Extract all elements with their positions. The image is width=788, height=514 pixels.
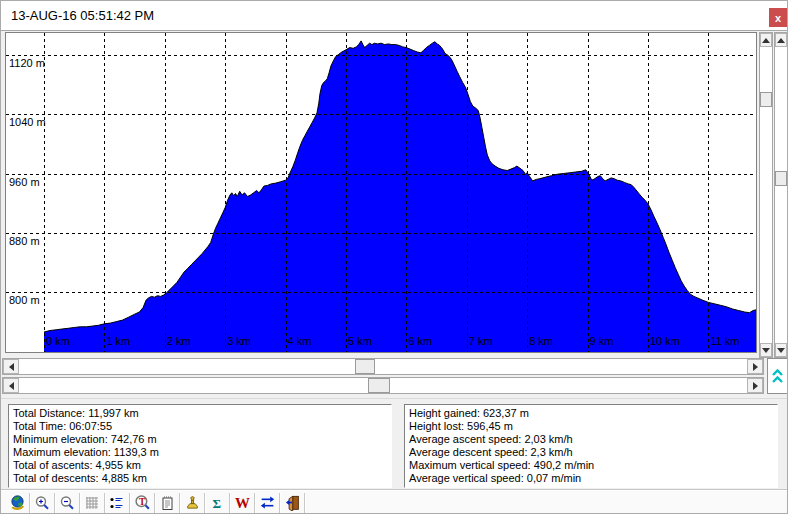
word-export-button[interactable]: W	[230, 492, 254, 514]
sum-statistics-button[interactable]: Σ	[205, 492, 229, 514]
stats-panel-left: Total Distance: 11,997 km Total Time: 06…	[8, 404, 392, 488]
y-tick-label: 1040 m	[9, 116, 46, 128]
x-tick-label: 1 km	[106, 335, 130, 347]
stat-height-gained: Height gained: 623,37 m	[409, 407, 777, 420]
stat-avg-vertical-speed: Average vertical speed: 0,07 m/min	[409, 472, 777, 485]
swap-arrows-icon	[259, 494, 276, 511]
stat-max-vertical-speed: Maximum vertical speed: 490,2 m/min	[409, 459, 777, 472]
vertical-scroll-thumb[interactable]	[760, 92, 772, 107]
stat-total-ascents: Total of ascents: 4,955 km	[13, 459, 391, 472]
stat-total-descents: Total of descents: 4,885 km	[13, 472, 391, 485]
toggle-grid-button[interactable]	[80, 492, 104, 514]
stat-min-elevation: Minimum elevation: 742,76 m	[13, 433, 391, 446]
word-export-icon: W	[234, 494, 251, 511]
arrow-right-icon	[753, 382, 758, 390]
stat-height-lost: Height lost: 596,45 m	[409, 420, 777, 433]
y-tick-label: 1120 m	[9, 57, 45, 69]
double-chevron-up-icon	[770, 366, 785, 386]
stat-avg-descent-speed: Average descent speed: 2,3 km/h	[409, 446, 777, 459]
svg-text:T: T	[138, 496, 145, 507]
stats-panel-right: Height gained: 623,37 m Height lost: 596…	[404, 404, 778, 488]
svg-text:W: W	[235, 495, 250, 511]
elevation-window: 13-AUG-16 05:51:42 PM x 1120 m1040 m960 …	[0, 0, 788, 514]
scroll-down-button[interactable]	[775, 343, 787, 357]
x-tick-label: 10 km	[650, 335, 680, 347]
arrow-up-icon	[777, 38, 785, 43]
horizontal-scrollbar-top[interactable]	[2, 358, 764, 375]
scroll-right-button[interactable]	[747, 359, 763, 374]
x-tick-label: 9 km	[590, 335, 614, 347]
elevation-chart-panel: 1120 m1040 m960 m880 m800 m0 km1 km2 km3…	[5, 32, 757, 353]
elevation-chart[interactable]: 1120 m1040 m960 m880 m800 m0 km1 km2 km3…	[6, 33, 756, 352]
x-tick-label: 8 km	[529, 335, 553, 347]
arrow-right-icon	[753, 363, 758, 371]
collapse-panel-button[interactable]	[767, 358, 788, 394]
zoom-in-icon	[34, 495, 50, 511]
zoom-in-button[interactable]	[30, 492, 54, 514]
zoom-out-button[interactable]	[55, 492, 79, 514]
stat-total-time: Total Time: 06:07:55	[13, 420, 391, 433]
toolbar-separator	[304, 493, 305, 513]
stat-max-elevation: Maximum elevation: 1139,3 m	[13, 446, 391, 459]
scroll-left-button[interactable]	[3, 378, 19, 393]
point-labels-button[interactable]	[105, 492, 129, 514]
horizontal-scroll-thumb[interactable]	[355, 359, 375, 374]
grid-icon	[84, 495, 100, 511]
arrow-left-icon	[9, 363, 14, 371]
arrow-down-icon	[762, 348, 770, 353]
stamp-icon	[184, 494, 201, 511]
map-view-button[interactable]	[5, 492, 29, 514]
statistics-area: Total Distance: 11,997 km Total Time: 06…	[1, 398, 788, 489]
arrow-left-icon	[9, 382, 14, 390]
x-tick-label: 3 km	[227, 335, 251, 347]
scroll-right-button[interactable]	[747, 378, 763, 393]
x-tick-label: 2 km	[167, 335, 191, 347]
vertical-scroll-thumb[interactable]	[775, 171, 787, 186]
bottom-toolbar: T Σ	[1, 489, 788, 514]
x-tick-label: 7 km	[469, 335, 493, 347]
horizontal-scroll-thumb[interactable]	[368, 378, 390, 393]
zoom-out-icon	[59, 495, 75, 511]
vertical-scrollbar-outer[interactable]	[774, 32, 788, 358]
scroll-up-button[interactable]	[775, 33, 787, 47]
close-button[interactable]: x	[769, 8, 787, 27]
scroll-left-button[interactable]	[3, 359, 19, 374]
swap-view-button[interactable]	[255, 492, 279, 514]
x-tick-label: 0 km	[46, 335, 70, 347]
y-tick-label: 960 m	[9, 176, 40, 188]
vertical-scrollbar-inner[interactable]	[759, 32, 773, 358]
notes-icon	[159, 495, 175, 511]
svg-text:Σ: Σ	[213, 496, 222, 511]
arrow-up-icon	[762, 38, 770, 43]
close-icon: x	[775, 12, 781, 24]
scroll-down-button[interactable]	[760, 343, 772, 357]
sum-sigma-icon: Σ	[209, 495, 225, 511]
x-tick-label: 11 km	[710, 335, 739, 347]
y-tick-label: 800 m	[9, 294, 40, 306]
title-bar: 13-AUG-16 05:51:42 PM x	[1, 1, 787, 31]
find-text-button[interactable]: T	[130, 492, 154, 514]
x-tick-label: 6 km	[408, 335, 432, 347]
globe-icon	[9, 494, 26, 511]
find-text-icon: T	[134, 494, 151, 511]
stat-avg-ascent-speed: Average ascent speed: 2,03 km/h	[409, 433, 777, 446]
y-tick-label: 880 m	[9, 235, 40, 247]
elevation-area	[44, 41, 756, 352]
exit-door-icon	[284, 494, 301, 511]
x-tick-label: 5 km	[348, 335, 372, 347]
scroll-up-button[interactable]	[760, 33, 772, 47]
x-tick-label: 4 km	[288, 335, 312, 347]
window-title: 13-AUG-16 05:51:42 PM	[11, 1, 154, 31]
exit-button[interactable]	[280, 492, 304, 514]
point-labels-icon	[109, 495, 125, 511]
notes-button[interactable]	[155, 492, 179, 514]
horizontal-scrollbar-bottom[interactable]	[2, 377, 764, 394]
stat-total-distance: Total Distance: 11,997 km	[13, 407, 391, 420]
stamp-button[interactable]	[180, 492, 204, 514]
arrow-down-icon	[777, 348, 785, 353]
